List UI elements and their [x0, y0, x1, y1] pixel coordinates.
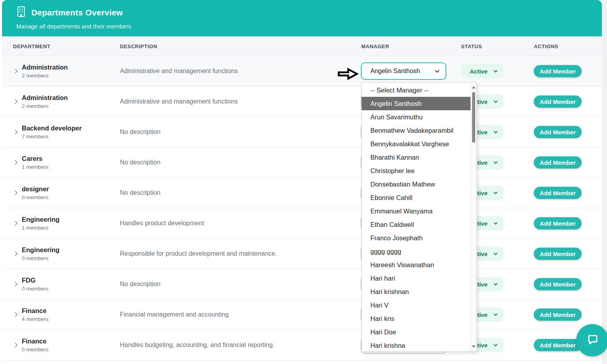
table-row[interactable]: Administration 2 members Administrative …	[2, 87, 602, 117]
expand-row-chevron-icon[interactable]	[13, 251, 18, 256]
manager-option[interactable]: Hari krishna	[362, 339, 470, 351]
department-member-count: 0 members	[22, 255, 59, 261]
department-cell: Administration 2 members	[22, 94, 68, 109]
department-member-count: 1 members	[22, 164, 49, 170]
manager-option[interactable]: Hari V	[362, 298, 470, 312]
column-header-department: DEPARTMENT	[13, 36, 50, 56]
page-scrollbar-gutter[interactable]	[602, 0, 607, 364]
table-row[interactable]: Finance 0 members Handles budgeting, acc…	[2, 330, 602, 360]
expand-row-chevron-icon[interactable]	[13, 130, 18, 135]
table-body: Administration 2 members Administrative …	[2, 56, 602, 360]
department-cell: FDG 0 members	[22, 277, 49, 292]
department-name: FDG	[22, 277, 49, 284]
department-name: Finance	[22, 338, 49, 345]
add-member-button[interactable]: Add Member	[534, 65, 582, 77]
table-row[interactable]: designer 0 members No description Active…	[2, 178, 602, 208]
chevron-down-icon	[494, 99, 498, 103]
column-header-manager: MANAGER	[361, 36, 389, 56]
manager-option[interactable]: Donsebastian Mathew	[362, 177, 470, 191]
department-description: No description	[120, 159, 160, 166]
add-member-button[interactable]: Add Member	[534, 126, 582, 138]
manager-option[interactable]: Hari krishnan	[362, 285, 470, 298]
department-cell: designer 0 members	[22, 185, 49, 200]
card-header: Departments Overview Manage all departme…	[2, 0, 602, 36]
expand-row-chevron-icon[interactable]	[13, 312, 18, 317]
department-cell: Engineering 1 members	[22, 216, 59, 231]
department-member-count: 0 members	[22, 286, 49, 292]
manager-option[interactable]: Arun Savarimuthu	[362, 110, 470, 124]
manager-option[interactable]: Bennykavalakkat Varghese	[362, 137, 470, 151]
chevron-down-icon	[435, 68, 439, 73]
manager-option[interactable]: Ethan Caldwell	[362, 218, 470, 231]
manager-option[interactable]: Hari hari	[362, 272, 470, 285]
chat-fab-button[interactable]	[576, 324, 607, 356]
department-member-count: 2 members	[22, 103, 68, 109]
chevron-down-icon	[494, 190, 498, 194]
expand-row-chevron-icon[interactable]	[13, 221, 18, 226]
manager-dropdown-list: -- Select Manager --Angelin SanthoshArun…	[361, 82, 477, 352]
table-row[interactable]: Finance 4 members Financial management a…	[2, 300, 602, 330]
department-name: Engineering	[22, 246, 59, 254]
department-member-count: 0 members	[22, 194, 49, 200]
scrollbar-thumb[interactable]	[472, 92, 475, 143]
add-member-button[interactable]: Add Member	[534, 187, 582, 199]
add-member-button[interactable]: Add Member	[534, 157, 582, 169]
dropdown-scrollbar[interactable]	[470, 83, 476, 351]
department-cell: Administration 2 members	[22, 64, 68, 79]
add-member-button[interactable]: Add Member	[534, 339, 582, 351]
add-member-button[interactable]: Add Member	[534, 278, 582, 290]
building-icon	[16, 6, 26, 19]
department-cell: Backend developer 7 members	[22, 124, 82, 140]
chevron-down-icon	[494, 221, 498, 224]
add-member-button[interactable]: Add Member	[534, 96, 582, 108]
table-row[interactable]: FDG 0 members No description Active Add …	[2, 269, 602, 300]
manager-option[interactable]: Hari Doe	[362, 325, 470, 339]
manager-select-value: Angelin Santhosh	[370, 68, 420, 75]
department-cell: Engineering 0 members	[22, 246, 59, 261]
chat-bubble-icon	[586, 333, 599, 347]
manager-option[interactable]: -- Select Manager --	[362, 83, 470, 97]
add-member-button[interactable]: Add Member	[534, 309, 582, 321]
status-select[interactable]: Active	[461, 64, 503, 78]
department-name: Finance	[22, 307, 49, 315]
department-name: Administration	[22, 94, 68, 102]
table-row[interactable]: Engineering 1 members Handles product de…	[2, 208, 602, 239]
expand-row-chevron-icon[interactable]	[13, 160, 18, 165]
expand-row-chevron-icon[interactable]	[13, 99, 18, 104]
expand-row-chevron-icon[interactable]	[13, 69, 18, 74]
page-title: Departments Overview	[31, 8, 123, 17]
table-row[interactable]: Engineering 0 members Responsible for pr…	[2, 239, 602, 269]
manager-option[interactable]: Bharathi Kannan	[362, 151, 470, 164]
add-member-button[interactable]: Add Member	[534, 217, 582, 230]
manager-select[interactable]: Angelin Santhosh	[361, 62, 446, 80]
manager-option[interactable]: Emmanuel Wanyama	[362, 204, 470, 218]
table-header-row: DEPARTMENT DESCRIPTION MANAGER STATUS AC…	[2, 36, 602, 56]
manager-option[interactable]: Benmathew Vadakeparambil	[362, 124, 470, 137]
departments-overview-page: { "header": { "title": "Departments Over…	[0, 0, 607, 364]
manager-option[interactable]: Franco Josephath	[362, 231, 470, 245]
expand-row-chevron-icon[interactable]	[13, 282, 18, 287]
scrollbar-up-arrow-icon[interactable]	[472, 86, 476, 89]
chevron-down-icon	[494, 160, 498, 164]
chevron-down-icon	[494, 129, 498, 133]
add-member-button[interactable]: Add Member	[534, 248, 582, 260]
manager-option[interactable]: Hareesh Viswanathan	[362, 258, 470, 272]
manager-option[interactable]: Ebonnie Cahill	[362, 191, 470, 204]
manager-option[interactable]: Hari kris	[362, 312, 470, 325]
expand-row-chevron-icon[interactable]	[13, 190, 18, 196]
scrollbar-down-arrow-icon[interactable]	[472, 345, 476, 348]
department-member-count: 4 members	[22, 316, 49, 322]
manager-option[interactable]: Christopher lee	[362, 164, 470, 177]
manager-option[interactable]: Angelin Santhosh	[362, 97, 470, 110]
department-description: Handles product development	[120, 220, 204, 227]
manager-option[interactable]: gggg gggg	[362, 245, 470, 258]
table-row[interactable]: Carers 1 members No description Active A…	[2, 147, 602, 178]
departments-card: Departments Overview Manage all departme…	[2, 0, 602, 364]
table-row[interactable]: Backend developer 7 members No descripti…	[2, 117, 602, 147]
page-subtitle: Manage all departments and their members	[16, 23, 602, 30]
expand-row-chevron-icon[interactable]	[13, 343, 18, 348]
black-arrow-pointer-icon	[337, 67, 359, 82]
table-row[interactable]: Administration 2 members Administrative …	[2, 56, 602, 87]
department-description: No description	[120, 128, 160, 136]
department-description: Administrative and management functions	[120, 68, 238, 75]
